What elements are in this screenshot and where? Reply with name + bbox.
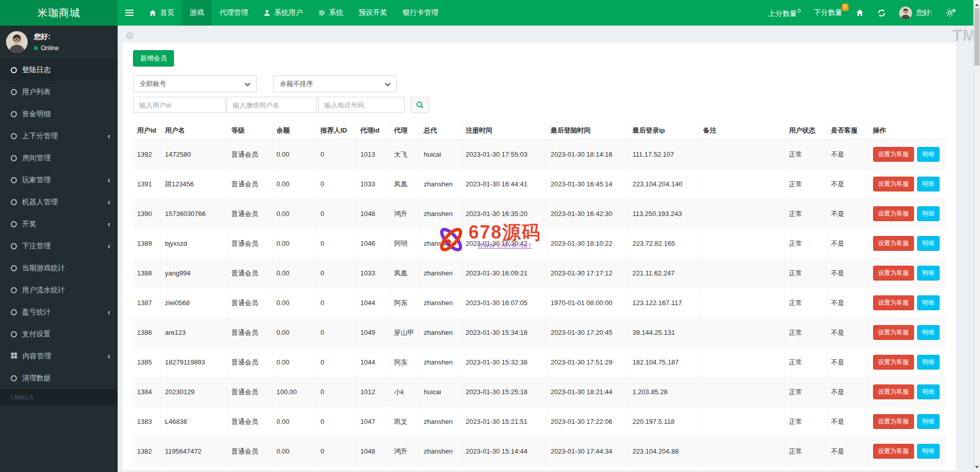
table-cell: 2023-01-30 16:30:42 (461, 229, 546, 259)
set-cs-button[interactable]: 设置为客服 (873, 147, 914, 162)
scrollbar-up-arrow[interactable] (974, 0, 980, 8)
settings-button[interactable] (946, 8, 956, 17)
sidebar-item-room-management[interactable]: 房间管理 (0, 147, 118, 169)
table-row: 13921472580普通会员0.0001013大飞huicai2023-01-… (133, 140, 946, 169)
nav-item-agents[interactable]: 代理管理 (212, 0, 256, 26)
gear-icon (318, 9, 325, 16)
table-cell: 小k (390, 377, 419, 407)
sidebar-item-login-log[interactable]: 登陆日志 (0, 59, 118, 81)
detail-button[interactable]: 明细 (917, 147, 940, 162)
nav-item-games[interactable]: 游戏 (182, 0, 212, 26)
search-button[interactable] (411, 97, 429, 113)
table-cell: yang994 (161, 259, 227, 288)
table-row: 139015736030766普通会员0.0001048鸿升zhanshen20… (133, 199, 946, 229)
nav-item-preset-lottery[interactable]: 预设开奖 (351, 0, 395, 26)
navbar-user-menu[interactable]: 您好: (899, 7, 932, 19)
sidebar-item-payment-settings[interactable]: 支付设置 (0, 323, 118, 345)
phone-input[interactable] (318, 97, 405, 113)
circle-icon (11, 67, 17, 73)
sidebar-item-player-management[interactable]: 玩家管理‹ (0, 169, 118, 191)
set-cs-button[interactable]: 设置为客服 (873, 384, 914, 399)
table-cell: 2023-01-30 15:25:18 (461, 377, 546, 407)
table-cell: 正常 (785, 437, 827, 466)
set-cs-button[interactable]: 设置为客服 (873, 444, 914, 459)
table-row: 1389bjyxszd普通会员0.0001046阿明zhanshen2023-0… (133, 229, 946, 259)
sidebar-item-content-management[interactable]: 内容管理‹ (0, 345, 118, 367)
circle-icon (11, 133, 17, 139)
set-cs-button[interactable]: 设置为客服 (873, 206, 914, 221)
sidebar-item-score-management[interactable]: 上下分管理‹ (0, 125, 118, 147)
table-cell: 0.00 (272, 437, 316, 466)
nav-item-home[interactable]: 首页 (141, 0, 182, 26)
scrollbar-thumb[interactable] (974, 8, 979, 66)
sidebar-item-lottery[interactable]: 开奖‹ (0, 213, 118, 235)
table-cell: 0 (316, 140, 356, 169)
user-table: 用户id用户名等级余额推荐人ID代理id代理总代注册时间最后登陆时间最后登录ip… (133, 122, 946, 472)
nav-item-system-users[interactable]: 系统用户 (256, 0, 310, 26)
table-cell: 113.250.193.243 (628, 199, 699, 229)
balance-sort-select[interactable]: 余额不排序 (273, 75, 397, 92)
detail-button[interactable]: 明细 (917, 206, 940, 221)
sidebar-avatar (6, 31, 28, 53)
sidebar-item-user-flow-stats[interactable]: 用户流水统计 (0, 279, 118, 301)
scrollbar-down-arrow[interactable] (974, 464, 980, 472)
up-score-item[interactable]: 上分数量0 (768, 8, 800, 18)
column-header: 用户id (133, 122, 161, 140)
actions-cell: 设置为客服明细 (868, 377, 946, 407)
table-cell: 不是 (827, 259, 868, 288)
online-status[interactable]: Online (34, 45, 59, 52)
actions-cell: 设置为客服明细 (868, 140, 946, 169)
nav-item-system[interactable]: 系统 (310, 0, 351, 26)
sidebar-item-user-list[interactable]: 用户列表 (0, 81, 118, 103)
detail-button[interactable]: 明细 (917, 384, 940, 399)
detail-button[interactable]: 明细 (917, 295, 940, 310)
account-type-select[interactable]: 全部账号 (133, 75, 257, 92)
detail-button[interactable]: 明细 (917, 355, 940, 370)
table-cell: 凤凰 (390, 169, 419, 199)
set-cs-button[interactable]: 设置为客服 (873, 266, 914, 281)
sidebar-item-current-game-stats[interactable]: 当期游戏统计 (0, 257, 118, 279)
sidebar-item-profit-loss-stats[interactable]: 盈亏统计‹ (0, 301, 118, 323)
table-cell: 不是 (827, 140, 868, 169)
table-cell: 221.11.62.247 (628, 259, 699, 288)
table-cell: 123.122.167.117 (628, 288, 699, 318)
set-cs-button[interactable]: 设置为客服 (873, 177, 914, 191)
refresh-button[interactable] (877, 9, 886, 17)
main-nav: 首页游戏代理管理系统用户系统预设开奖银行卡管理 (141, 0, 446, 26)
table-cell: 1033 (356, 259, 390, 288)
chevron-left-icon: ‹ (107, 132, 110, 140)
set-cs-button[interactable]: 设置为客服 (873, 355, 914, 370)
user-id-input[interactable] (133, 97, 226, 113)
table-cell: 18279119893 (161, 348, 227, 377)
wechat-name-input[interactable] (227, 97, 317, 113)
circle-icon (11, 177, 17, 183)
down-score-item[interactable]: 下分数量0 (814, 8, 842, 17)
table-cell: 不是 (827, 437, 868, 466)
actions-cell: 设置为客服明细 (868, 437, 946, 466)
nav-item-bank-cards[interactable]: 银行卡管理 (395, 0, 446, 26)
sidebar-item-fund-details[interactable]: 资金明细 (0, 103, 118, 125)
table-cell: 1012 (356, 377, 390, 407)
table-cell: huicai (419, 140, 461, 169)
sidebar-item-robot-management[interactable]: 机器人管理‹ (0, 191, 118, 213)
table-cell (699, 437, 785, 466)
home-shortcut-button[interactable] (856, 9, 864, 17)
sidebar-toggle-button[interactable] (118, 0, 141, 26)
set-cs-button[interactable]: 设置为客服 (873, 295, 914, 310)
set-cs-button[interactable]: 设置为客服 (873, 236, 914, 251)
vertical-scrollbar[interactable] (973, 0, 980, 472)
detail-button[interactable]: 明细 (917, 414, 940, 429)
app-logo[interactable]: 米珈商城 (0, 0, 118, 26)
set-cs-button[interactable]: 设置为客服 (873, 414, 914, 429)
detail-button[interactable]: 明细 (917, 266, 940, 281)
add-member-button[interactable]: 新增会员 (133, 50, 174, 67)
sidebar-item-bet-management[interactable]: 下注管理‹ (0, 235, 118, 257)
sidebar-item-clean-data[interactable]: 清理数据 (0, 367, 118, 389)
detail-button[interactable]: 明细 (917, 444, 940, 459)
table-cell: 甜123456 (161, 169, 227, 199)
table-cell: 0.00 (272, 259, 316, 288)
set-cs-button[interactable]: 设置为客服 (873, 325, 914, 340)
detail-button[interactable]: 明细 (917, 236, 940, 251)
detail-button[interactable]: 明细 (917, 177, 940, 191)
detail-button[interactable]: 明细 (917, 325, 940, 340)
